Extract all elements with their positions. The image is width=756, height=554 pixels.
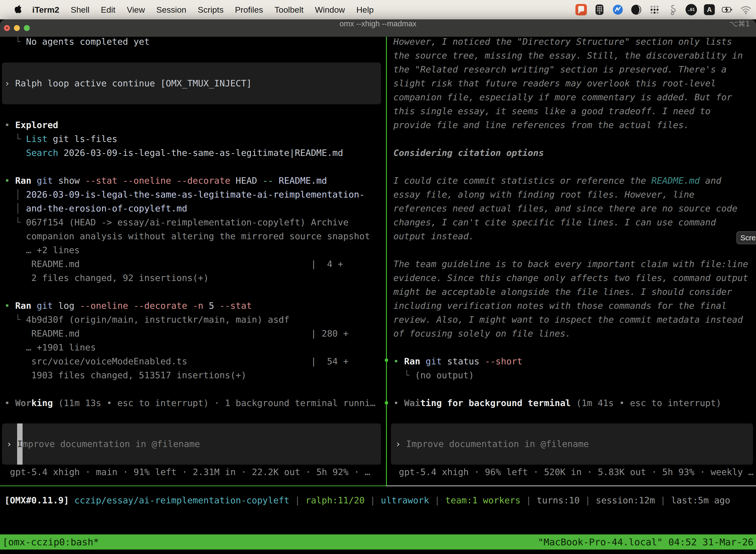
menu-item-toolbelt[interactable]: Toolbelt bbox=[274, 5, 304, 15]
pane-bottom-border-inactive bbox=[386, 486, 756, 486]
input-text: Improve documentation in @filename bbox=[406, 439, 589, 449]
input-text: mprove documentation in @filename bbox=[22, 439, 200, 449]
reasoning-heading: Considering citation options bbox=[393, 146, 756, 160]
explored-list: └ List git ls-files bbox=[4, 132, 385, 146]
pane-left: └ No agents completed yet› Ralph loop ac… bbox=[0, 37, 385, 486]
apple-menu-icon[interactable] bbox=[13, 4, 22, 15]
reasoning-text: output instead. bbox=[393, 229, 756, 243]
pane-divider[interactable] bbox=[386, 37, 387, 486]
menu-item-window[interactable]: Window bbox=[315, 5, 345, 15]
screen-share-label: Scre bbox=[740, 233, 756, 242]
right-status-line: gpt-5.4 xhigh · 96% left · 520K in · 5.8… bbox=[399, 465, 754, 479]
divider-activity-dot bbox=[385, 401, 388, 404]
reasoning-text: provide file and line references from th… bbox=[393, 118, 756, 132]
reasoning-text: I could cite commit statistics or refere… bbox=[393, 174, 756, 188]
divider-activity-dot bbox=[385, 358, 388, 362]
reasoning-text: review. Also, I might want to inspect th… bbox=[393, 313, 756, 327]
reasoning-text: changes, I can't cite specific file line… bbox=[393, 215, 756, 229]
window-shortcut: ⌥⌘1 bbox=[729, 19, 750, 37]
menu-item-iterm2[interactable]: iTerm2 bbox=[32, 5, 59, 15]
reasoning-text: references need actual files, and since … bbox=[393, 202, 756, 215]
command-continuation: │ and-the-erosion-of-copyleft.md bbox=[4, 202, 385, 215]
menu-item-help[interactable]: Help bbox=[357, 5, 374, 15]
squiggle-icon[interactable] bbox=[667, 4, 679, 15]
iterm-window: omx --xhigh --madmax ⌥⌘1 └ No agents com… bbox=[0, 19, 756, 554]
battery-charging-icon[interactable] bbox=[722, 4, 733, 15]
git-log-output: … +1901 lines bbox=[4, 340, 385, 354]
ralph-loop-line: › Ralph loop active continue [OMX_TMUX_I… bbox=[4, 76, 385, 90]
command-continuation: │ 2026-03-09-is-legal-the-same-as-legiti… bbox=[4, 188, 385, 202]
chat-badge-icon[interactable] bbox=[575, 4, 587, 15]
git-log-output: src/voice/voiceModeEnabled.ts | 54 + bbox=[4, 354, 385, 368]
prompt-chevron-icon: › bbox=[395, 439, 406, 449]
menu-item-view[interactable]: View bbox=[127, 5, 145, 15]
reasoning-text: of focusing solely on file lines. bbox=[393, 327, 756, 340]
left-input-box[interactable]: › Improve documentation in @filename bbox=[2, 424, 381, 465]
menu-bar-status-icons: ..61 A bbox=[575, 4, 756, 15]
git-log-output: README.md | 280 + bbox=[4, 327, 385, 340]
reasoning-text: essay file, along with finding root file… bbox=[393, 188, 756, 202]
agents-status-line: └ No agents completed yet bbox=[4, 37, 385, 49]
tmux-host-clock: "MacBook-Pro-44.local" 04:52 31-Mar-26 bbox=[538, 537, 754, 548]
reasoning-text: this single essay, it seems like a good … bbox=[393, 104, 756, 118]
pane-bottom-border-active bbox=[0, 486, 386, 486]
working-status-line: • Working (11m 13s • esc to interrupt) ·… bbox=[4, 396, 385, 410]
ran-git-show: • Ran git show --stat --oneline --decora… bbox=[4, 174, 385, 188]
text-cursor: I bbox=[17, 424, 22, 465]
tmux-status-bar: [omx-cczip0:bash* "MacBook-Pro-44.local"… bbox=[0, 535, 756, 550]
reasoning-text: slight risk that future readers may over… bbox=[393, 76, 756, 90]
reasoning-text: evidence. Since this change only affects… bbox=[393, 271, 756, 285]
badge-label: ..61 bbox=[688, 7, 695, 12]
ran-git-log: • Ran git log --oneline --decorate -n 5 … bbox=[4, 299, 385, 313]
percent-badge-icon[interactable]: ..61 bbox=[686, 4, 697, 15]
omx-status-line: [OMX#0.11.9] cczip/essay/ai-reimplementa… bbox=[4, 493, 730, 507]
wifi-icon[interactable] bbox=[740, 4, 752, 15]
right-pane-lines: However, I noticed the "Directory Struct… bbox=[393, 37, 756, 486]
a-key-icon[interactable]: A bbox=[704, 4, 715, 15]
a-key-label: A bbox=[707, 6, 712, 14]
menu-items: iTerm2ShellEditViewSessionScriptsProfile… bbox=[32, 5, 374, 15]
reasoning-text: might be acceptable alongside the file l… bbox=[393, 285, 756, 299]
tmux-session-label: [omx-cczip0:bash* bbox=[2, 537, 99, 548]
crescent-icon[interactable] bbox=[630, 4, 642, 15]
pane-right: However, I noticed the "Directory Struct… bbox=[389, 37, 756, 486]
git-show-output: 2 files changed, 92 insertions(+) bbox=[4, 271, 385, 285]
git-log-output: 1903 files changed, 513517 insertions(+) bbox=[4, 368, 385, 382]
git-show-output: companion analysis without altering the … bbox=[4, 229, 385, 243]
waiting-status-line: • Waiting for background terminal (1m 41… bbox=[393, 396, 756, 410]
reasoning-text: including verification notes with those … bbox=[393, 299, 756, 313]
reasoning-text: However, I noticed the "Directory Struct… bbox=[393, 37, 756, 49]
reasoning-text: companion file, especially if more comme… bbox=[393, 90, 756, 104]
reasoning-text: The team guideline is to back every impo… bbox=[393, 257, 756, 271]
keypad-icon[interactable] bbox=[594, 4, 605, 15]
menu-item-shell[interactable]: Shell bbox=[71, 5, 89, 15]
git-show-output: └ 067f154 (HEAD -> essay/ai-reimplementa… bbox=[4, 215, 385, 229]
ran-git-status: • Ran git status --short bbox=[393, 354, 756, 368]
prompt-chevron-icon: › bbox=[6, 439, 17, 449]
right-input-box[interactable]: › Improve documentation in @filename bbox=[391, 424, 753, 465]
menu-bar: iTerm2ShellEditViewSessionScriptsProfile… bbox=[0, 0, 756, 19]
menu-item-profiles[interactable]: Profiles bbox=[235, 5, 263, 15]
git-status-output: └ (no output) bbox=[393, 368, 756, 382]
reasoning-text: the "Related research writing" section i… bbox=[393, 63, 756, 76]
menu-item-session[interactable]: Session bbox=[156, 5, 186, 15]
left-status-line: gpt-5.4 xhigh · main · 91% left · 2.31M … bbox=[10, 465, 370, 479]
left-pane-lines: └ No agents completed yet› Ralph loop ac… bbox=[4, 37, 385, 486]
git-log-output: └ 4b9d30f (origin/main, instructkr/main,… bbox=[4, 313, 385, 327]
screen-share-overlay[interactable]: Scre bbox=[737, 231, 756, 244]
menu-item-scripts[interactable]: Scripts bbox=[198, 5, 224, 15]
title-bar[interactable]: omx --xhigh --madmax ⌥⌘1 bbox=[0, 19, 756, 37]
menu-item-edit[interactable]: Edit bbox=[101, 5, 116, 15]
window-title: omx --xhigh --madmax bbox=[0, 19, 756, 37]
terminal-area: └ No agents completed yet› Ralph loop ac… bbox=[0, 37, 756, 554]
sync-badge-icon[interactable] bbox=[612, 4, 624, 15]
explored-header: • Explored bbox=[4, 118, 385, 132]
explored-search: Search 2026-03-09-is-legal-the-same-as-l… bbox=[4, 146, 385, 160]
dots-grid-icon[interactable] bbox=[649, 4, 660, 15]
reasoning-text: the source tree, missing the essay. Stil… bbox=[393, 49, 756, 63]
git-show-output: … +2 lines bbox=[4, 243, 385, 257]
git-show-output: README.md | 4 + bbox=[4, 257, 385, 271]
